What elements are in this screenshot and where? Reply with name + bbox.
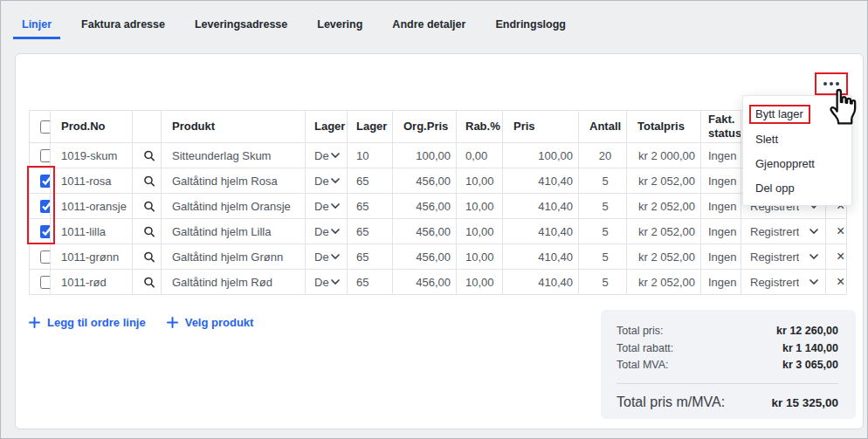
cell-prodno: 1011-lilla: [51, 219, 133, 244]
tab-faktura-adresse[interactable]: Faktura adresse: [72, 10, 174, 39]
choose-product-button[interactable]: Velg produkt: [167, 316, 254, 329]
lager-select-value: De: [314, 149, 329, 162]
cell-stock: 65: [348, 168, 393, 194]
ellipsis-icon: [830, 82, 833, 86]
cell-product: Galtåtind hjelm Lilla: [162, 219, 306, 244]
search-icon[interactable]: [143, 276, 155, 289]
row-checkbox[interactable]: [40, 276, 51, 289]
status-select[interactable]: Registrert: [750, 225, 818, 238]
col-header-produkt: Produkt: [162, 111, 306, 143]
row-checkbox[interactable]: [40, 225, 51, 238]
lager-select-value: De: [314, 250, 329, 264]
cell-prodno: 1011-grønn: [51, 244, 133, 270]
total-incl-row: Total pris m/MVA: kr 15 325,00: [617, 394, 838, 412]
cell-orgpris: 456,00: [393, 194, 457, 219]
lager-select[interactable]: De: [314, 200, 340, 213]
cell-product: Galtåtind hjelm Grønn: [162, 244, 306, 270]
cell-stock: 65: [348, 219, 393, 244]
cell-orgpris: 456,00: [393, 219, 457, 244]
total-pris-row: Total pris: kr 12 260,00: [617, 323, 838, 340]
cell-antall: 20: [579, 143, 627, 168]
col-header-totalpris: Totalpris: [627, 111, 701, 143]
cell-totalpris: kr 2 000,00: [627, 143, 701, 168]
search-icon[interactable]: [143, 250, 155, 264]
status-select-value: Registrert: [750, 250, 799, 264]
cell-rab: 10,00: [457, 168, 503, 194]
cell-totalpris: kr 2 052,00: [627, 244, 701, 270]
status-select[interactable]: Registrert: [750, 250, 818, 264]
total-incl-value: kr 15 325,00: [771, 394, 838, 412]
menu-item-bytt-lager[interactable]: Bytt lager: [743, 102, 851, 127]
menu-item-del-opp[interactable]: Del opp: [743, 175, 851, 200]
total-pris-label: Total pris:: [617, 323, 664, 340]
cell-fakt-status: Ingen: [701, 270, 741, 295]
col-header-fakt-status: Fakt. status: [701, 111, 741, 143]
cell-fakt-status: Ingen: [701, 244, 741, 270]
search-icon[interactable]: [143, 200, 155, 213]
lager-select[interactable]: De: [314, 250, 340, 264]
totals-divider: [617, 383, 838, 384]
add-order-line-button[interactable]: Legg til ordre linje: [29, 316, 146, 329]
row-checkbox[interactable]: [40, 200, 51, 213]
cell-totalpris: kr 2 052,00: [627, 194, 701, 219]
row-checkbox[interactable]: [40, 149, 51, 162]
tab-leveringsadresse[interactable]: Leveringsadresse: [186, 10, 296, 39]
tab-linjer[interactable]: Linjer: [13, 10, 60, 39]
more-options-button[interactable]: [823, 82, 839, 86]
remove-line-icon[interactable]: ×: [837, 275, 841, 289]
cell-product: Galtåtind hjelm Oransje: [162, 194, 306, 219]
row-checkbox[interactable]: [40, 175, 51, 188]
cell-antall: 5: [579, 270, 627, 295]
chevron-down-icon: [331, 279, 340, 285]
row-checkbox[interactable]: [40, 250, 51, 264]
cell-totalpris: kr 2 052,00: [627, 219, 701, 244]
cell-rab: 10,00: [457, 194, 503, 219]
cell-pris: 410,40: [503, 168, 579, 194]
lager-select[interactable]: De: [314, 225, 340, 238]
cell-product: Galtåtind hjelm Rød: [162, 270, 306, 295]
chevron-down-icon: [331, 203, 340, 209]
search-icon[interactable]: [143, 175, 155, 188]
total-rabatt-value: kr 1 140,00: [782, 340, 838, 358]
cell-prodno: 1011-rød: [51, 270, 133, 295]
menu-item-gjenopprett[interactable]: Gjenopprett: [743, 151, 851, 175]
lager-select[interactable]: De: [314, 149, 340, 162]
choose-product-label: Velg produkt: [185, 316, 254, 329]
cell-rab: 10,00: [457, 219, 503, 244]
total-mva-label: Total MVA:: [617, 357, 669, 374]
tab-andre-detaljer[interactable]: Andre detaljer: [383, 10, 474, 39]
col-header-orgpris: Org.Pris: [393, 111, 457, 143]
chevron-down-icon: [331, 229, 340, 234]
col-header-lager-qty: Lager: [348, 111, 393, 143]
remove-line-icon[interactable]: ×: [837, 250, 841, 264]
cell-orgpris: 456,00: [393, 270, 457, 295]
search-icon[interactable]: [143, 149, 155, 162]
order-lines-card: Prod.No Produkt Lager Lager Org.Pris Rab…: [15, 53, 864, 429]
search-icon[interactable]: [143, 225, 155, 238]
chevron-down-icon: [331, 254, 340, 259]
lager-select[interactable]: De: [314, 276, 340, 289]
cell-pris: 410,40: [503, 194, 579, 219]
tab-bar: Linjer Faktura adresse Leveringsadresse …: [13, 10, 587, 39]
tab-levering[interactable]: Levering: [308, 10, 371, 39]
col-header-search: [133, 111, 162, 143]
lager-select-value: De: [314, 225, 329, 238]
tab-endringslogg[interactable]: Endringslogg: [486, 10, 575, 39]
col-header-prodno: Prod.No: [51, 111, 133, 143]
remove-line-icon[interactable]: ×: [837, 224, 841, 238]
cell-stock: 65: [348, 270, 393, 295]
table-row: 1011-lilla Galtåtind hjelm Lilla De 65 4…: [30, 219, 847, 244]
select-all-checkbox[interactable]: [40, 120, 51, 134]
table-header-row: Prod.No Produkt Lager Lager Org.Pris Rab…: [30, 111, 847, 143]
col-header-pris: Pris: [503, 111, 579, 143]
cell-stock: 10: [348, 143, 393, 168]
chevron-down-icon: [331, 153, 340, 158]
lager-select[interactable]: De: [314, 175, 340, 188]
menu-item-slett[interactable]: Slett: [743, 127, 851, 151]
cell-prodno: 1011-rosa: [51, 168, 133, 194]
status-select[interactable]: Registrert: [750, 276, 818, 289]
cell-totalpris: kr 2 052,00: [627, 168, 701, 194]
cell-fakt-status: Ingen: [701, 143, 741, 168]
cell-product: Galtåtind hjelm Rosa: [162, 168, 306, 194]
cell-stock: 65: [348, 244, 393, 270]
